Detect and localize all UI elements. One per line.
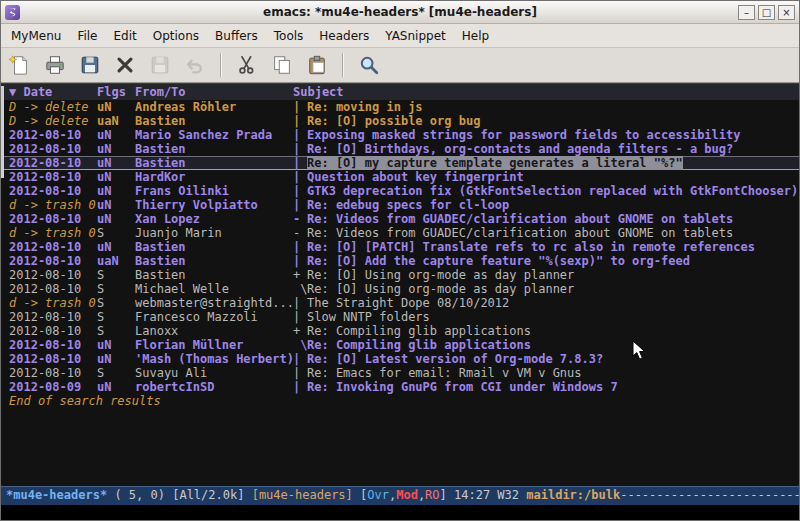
modeline-segment-mod: Mod	[396, 488, 418, 502]
copy-icon[interactable]	[269, 52, 295, 78]
column-header-flags[interactable]: Flgs	[97, 84, 135, 100]
toolbar-separator	[220, 53, 222, 77]
date-cell: 2012-08-10	[9, 338, 97, 352]
menu-options[interactable]: Options	[145, 26, 207, 46]
titlebar[interactable]: emacs: *mu4e-headers* [mu4e-headers] –□×	[1, 1, 799, 24]
minibuffer[interactable]	[1, 505, 799, 520]
scrollbar-thumb[interactable]	[1, 86, 4, 178]
message-row[interactable]: 2012-08-10uNFrans Oilinki|GTK3 deprecati…	[1, 184, 799, 198]
thread-prefix: |	[293, 128, 307, 142]
subject-cell: Re: Videos from GUADEC/clarification abo…	[307, 226, 733, 240]
modeline-segment-plain: ]	[440, 488, 454, 502]
cut-icon[interactable]	[234, 52, 260, 78]
thread-prefix: \	[293, 282, 307, 296]
from-cell: Suvayu Ali	[135, 366, 293, 380]
from-cell: webmaster@straightd...	[135, 296, 293, 310]
print-icon[interactable]	[42, 52, 68, 78]
message-row[interactable]: 2012-08-10SLanoxx+Re: Compiling glib app…	[1, 324, 799, 338]
menu-help[interactable]: Help	[454, 26, 497, 46]
message-row[interactable]: 2012-08-10uNBastien|Re: [O] my capture t…	[1, 156, 799, 170]
search-icon[interactable]	[356, 52, 382, 78]
thread-prefix: |	[293, 352, 307, 366]
modeline-segment-mode: [mu4e-headers]	[252, 488, 353, 502]
modeline-segment-plain: 14:27 W32	[454, 488, 526, 502]
message-row[interactable]: 2012-08-10uNMario Sanchez Prada|Exposing…	[1, 128, 799, 142]
menu-mymenu[interactable]: MyMenu	[3, 26, 69, 46]
mode-line[interactable]: *mu4e-headers* ( 5, 0) [All/2.0k] [mu4e-…	[1, 486, 799, 505]
toolbar	[1, 48, 799, 83]
date-cell: 2012-08-10	[9, 282, 97, 296]
flags-cell: uaN	[97, 114, 135, 128]
emacs-window: emacs: *mu4e-headers* [mu4e-headers] –□×…	[0, 0, 800, 521]
date-cell: 2012-08-10	[9, 310, 97, 324]
thread-prefix: |	[293, 156, 307, 170]
flags-cell: uN	[97, 142, 135, 156]
thread-prefix: |	[293, 142, 307, 156]
flags-cell: S	[97, 324, 135, 338]
from-cell: Francesco Mazzoli	[135, 310, 293, 324]
message-row[interactable]: 2012-08-10uNBastien|Re: [O] Birthdays, o…	[1, 142, 799, 156]
menu-buffers[interactable]: Buffers	[207, 26, 266, 46]
menu-tools[interactable]: Tools	[266, 26, 312, 46]
kill-buffer-icon[interactable]	[112, 52, 138, 78]
thread-prefix: -	[293, 226, 307, 240]
message-row[interactable]: 2012-08-10uNBastien|Re: [O] [PATCH] Tran…	[1, 240, 799, 254]
date-cell: 2012-08-10	[9, 212, 97, 226]
subject-cell: Re: Invoking GnuPG from CGI under Window…	[307, 380, 618, 394]
from-cell: robertcInSD	[135, 380, 293, 394]
message-row[interactable]: 2012-08-10SSuvayu Ali|Re: Emacs for emai…	[1, 366, 799, 380]
message-row[interactable]: D -> deleteuaNBastien|Re: [O] possible o…	[1, 114, 799, 128]
from-cell: Andreas Röhler	[135, 100, 293, 114]
menu-file[interactable]: File	[69, 26, 105, 46]
thread-prefix: +	[293, 324, 307, 338]
flags-cell: uN	[97, 156, 135, 170]
maximize-button[interactable]: □	[758, 5, 775, 20]
message-row[interactable]: 2012-08-10uaNBastien|Re: [O] Add the cap…	[1, 254, 799, 268]
message-row[interactable]: 2012-08-10uNHardKor|Question about key f…	[1, 170, 799, 184]
modeline-segment-ovr: Ovr	[367, 488, 389, 502]
message-row[interactable]: 2012-08-10uN'Mash (Thomas Herbert)|Re: […	[1, 352, 799, 366]
flags-cell: uN	[97, 352, 135, 366]
modeline-segment-plain: [	[353, 488, 367, 502]
message-row[interactable]: 2012-08-10uNXan Lopez-Re: Videos from GU…	[1, 212, 799, 226]
subject-cell: GTK3 deprecation fix (GtkFontSelection r…	[307, 184, 798, 198]
save-icon[interactable]	[77, 52, 103, 78]
message-row[interactable]: 2012-08-10uNFlorian Müllner \Re: Compili…	[1, 338, 799, 352]
message-row[interactable]: 2012-08-10SMichael Welle \Re: [O] Using …	[1, 282, 799, 296]
column-header-subject[interactable]: Subject	[293, 84, 344, 100]
undo-icon	[182, 52, 208, 78]
mark-cell: d -> trash 0	[9, 296, 97, 310]
date-cell: 2012-08-10	[9, 366, 97, 380]
subject-cell: Re: moving in js	[307, 100, 423, 114]
message-row[interactable]: 2012-08-10SBastien+Re: [O] Using org-mod…	[1, 268, 799, 282]
window-controls: –□×	[738, 5, 795, 20]
message-row[interactable]: d -> trash 0SJuanjo Marin-Re: Videos fro…	[1, 226, 799, 240]
message-row[interactable]: d -> trash 0Swebmaster@straightd...|The …	[1, 296, 799, 310]
modeline-segment-folder: maildir:/bulk	[526, 488, 620, 502]
minimize-button[interactable]: –	[738, 5, 755, 20]
menu-edit[interactable]: Edit	[106, 26, 145, 46]
column-header-date[interactable]: ▼ Date	[9, 84, 97, 100]
thread-prefix: +	[293, 268, 307, 282]
subject-cell: Question about key fingerprint	[307, 170, 524, 184]
paste-icon[interactable]	[304, 52, 330, 78]
column-header-from[interactable]: From/To	[135, 84, 293, 100]
thread-prefix: |	[293, 114, 307, 128]
from-cell: HardKor	[135, 170, 293, 184]
thread-prefix: |	[293, 366, 307, 380]
thread-prefix: -	[293, 212, 307, 226]
save-as-icon	[147, 52, 173, 78]
message-row[interactable]: D -> deleteuNAndreas Röhler|Re: moving i…	[1, 100, 799, 114]
end-of-results: End of search results	[1, 394, 799, 408]
new-file-icon[interactable]	[7, 52, 33, 78]
from-cell: Michael Welle	[135, 282, 293, 296]
date-cell: 2012-08-10	[9, 268, 97, 282]
close-button[interactable]: ×	[778, 5, 795, 20]
menu-headers[interactable]: Headers	[311, 26, 377, 46]
window-title: emacs: *mu4e-headers* [mu4e-headers]	[1, 5, 799, 19]
header-line[interactable]: ▼ Date Flgs From/To Subject	[1, 84, 799, 100]
menu-yasnippet[interactable]: YASnippet	[377, 26, 454, 46]
message-row[interactable]: d -> trash 0uNThierry Volpiatto|Re: edeb…	[1, 198, 799, 212]
message-row[interactable]: 2012-08-10SFrancesco Mazzoli|Slow NNTP f…	[1, 310, 799, 324]
message-row[interactable]: 2012-08-09uNrobertcInSD|Re: Invoking Gnu…	[1, 380, 799, 394]
